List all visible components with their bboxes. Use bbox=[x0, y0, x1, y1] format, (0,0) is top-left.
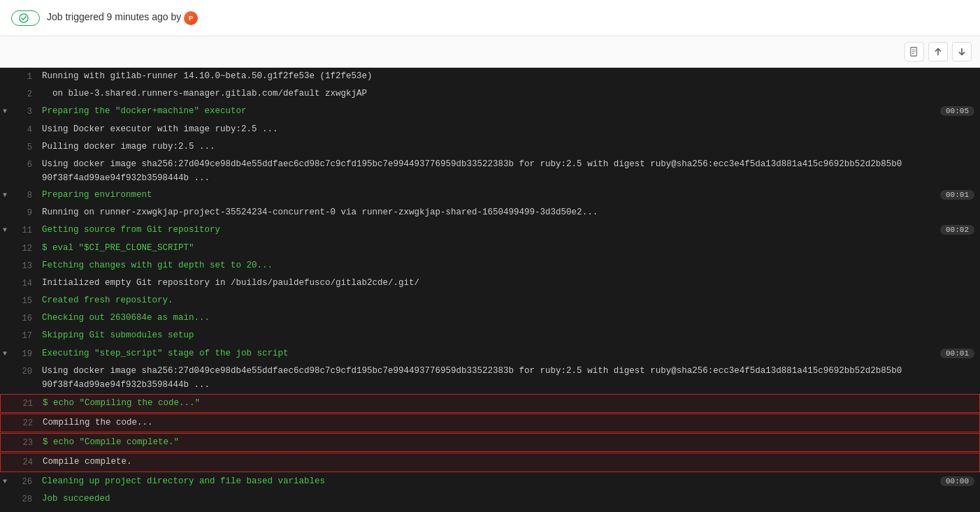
collapse-button[interactable]: ▼ bbox=[3, 223, 13, 236]
collapse-button bbox=[3, 258, 13, 261]
line-gutter: 28 bbox=[0, 490, 39, 508]
line-content: Skipping Git submodules setup bbox=[39, 327, 980, 344]
collapse-button bbox=[3, 328, 13, 330]
line-timing: 00:00 bbox=[940, 473, 974, 488]
job-label: Job bbox=[47, 11, 65, 22]
line-content: Job succeeded bbox=[39, 490, 980, 507]
line-content: Initialized empty Git repository in /bui… bbox=[39, 275, 980, 291]
line-number: 23 bbox=[13, 435, 33, 450]
log-line-23: 23$ echo "Compile complete." bbox=[0, 433, 980, 452]
line-gutter: 17 bbox=[0, 327, 39, 344]
raw-log-button[interactable] bbox=[905, 42, 924, 61]
collapse-button bbox=[3, 455, 13, 457]
line-number: 2 bbox=[13, 87, 32, 101]
line-number: 14 bbox=[13, 276, 32, 291]
log-line-1: 1Running with gitlab-runner 14.10.0~beta… bbox=[0, 68, 980, 85]
collapse-button bbox=[3, 492, 13, 494]
document-icon bbox=[909, 47, 919, 57]
line-gutter: 20 bbox=[0, 363, 39, 380]
line-content: Pulling docker image ruby:2.5 ... bbox=[39, 138, 980, 155]
collapse-button bbox=[3, 311, 13, 313]
log-line-28: 28Job succeeded bbox=[0, 490, 980, 508]
line-content: Checking out 2630684e as main... bbox=[39, 309, 980, 326]
collapse-button bbox=[3, 241, 13, 243]
timing-badge: 00:01 bbox=[940, 190, 974, 200]
line-timing: 00:02 bbox=[940, 221, 974, 237]
line-gutter: ▼8 bbox=[0, 186, 39, 204]
line-number: 9 bbox=[13, 205, 32, 220]
line-content: Running with gitlab-runner 14.10.0~beta.… bbox=[39, 68, 980, 85]
line-number: 15 bbox=[13, 293, 32, 308]
log-line-16: 16Checking out 2630684e as main... bbox=[0, 309, 980, 327]
line-number: 28 bbox=[13, 492, 32, 506]
line-content: $ eval "$CI_PRE_CLONE_SCRIPT" bbox=[39, 240, 980, 256]
scroll-bottom-button[interactable] bbox=[952, 42, 972, 61]
line-gutter: 4 bbox=[0, 121, 39, 138]
line-gutter: 16 bbox=[0, 309, 39, 327]
line-content: on blue-3.shared.runners-manager.gitlab.… bbox=[39, 85, 980, 102]
log-container: 1Running with gitlab-runner 14.10.0~beta… bbox=[0, 68, 980, 512]
collapse-button[interactable]: ▼ bbox=[3, 346, 13, 360]
passed-badge bbox=[11, 10, 40, 26]
line-content: Executing "step_script" stage of the job… bbox=[39, 345, 940, 362]
line-gutter: 21 bbox=[1, 395, 40, 412]
line-timing: 00:01 bbox=[940, 186, 974, 202]
line-content: Fetching changes with git depth set to 2… bbox=[39, 257, 980, 274]
collapse-button bbox=[3, 69, 13, 71]
line-content: Using docker image sha256:27d049ce98db4e… bbox=[39, 363, 980, 393]
line-number: 22 bbox=[13, 416, 33, 430]
collapse-button bbox=[3, 205, 13, 207]
log-line-4: 4Using Docker executor with image ruby:2… bbox=[0, 121, 980, 138]
line-gutter: ▼19 bbox=[0, 345, 39, 363]
collapse-button[interactable]: ▼ bbox=[3, 474, 13, 488]
line-gutter: 22 bbox=[1, 414, 40, 432]
trigger-text: triggered 9 minutes ago by bbox=[65, 11, 184, 22]
collapse-button bbox=[3, 364, 13, 366]
line-content: Running on runner-zxwgkjap-project-35524… bbox=[39, 204, 980, 221]
line-number: 21 bbox=[13, 396, 33, 411]
collapse-button[interactable]: ▼ bbox=[3, 188, 13, 201]
log-line-8: ▼8Preparing environment00:01 bbox=[0, 186, 980, 204]
line-number: 11 bbox=[13, 223, 32, 237]
check-circle-icon bbox=[19, 13, 29, 23]
line-gutter: 13 bbox=[0, 257, 39, 275]
line-gutter: 6 bbox=[0, 156, 39, 173]
line-number: 19 bbox=[13, 346, 32, 361]
collapse-button bbox=[3, 122, 13, 124]
line-gutter: 2 bbox=[0, 85, 39, 103]
collapse-button bbox=[3, 276, 13, 278]
log-line-21: 21$ echo "Compiling the code..." bbox=[0, 394, 980, 413]
header-info: Job triggered 9 minutes ago by P bbox=[47, 11, 198, 25]
log-line-6: 6Using docker image sha256:27d049ce98db4… bbox=[0, 156, 980, 186]
log-line-17: 17Skipping Git submodules setup bbox=[0, 327, 980, 344]
line-gutter: 12 bbox=[0, 240, 39, 257]
header-bar: Job triggered 9 minutes ago by P bbox=[0, 0, 980, 36]
avatar: P bbox=[184, 11, 198, 25]
scroll-top-button[interactable] bbox=[928, 42, 948, 61]
line-number: 16 bbox=[13, 311, 32, 326]
line-gutter: 1 bbox=[0, 68, 39, 85]
arrow-up-icon bbox=[933, 47, 943, 57]
log-line-5: 5Pulling docker image ruby:2.5 ... bbox=[0, 138, 980, 156]
line-gutter: 24 bbox=[1, 453, 40, 471]
line-content: Using docker image sha256:27d049ce98db4e… bbox=[39, 156, 980, 186]
line-number: 13 bbox=[13, 258, 32, 273]
timing-badge: 00:02 bbox=[940, 225, 974, 235]
log-line-12: 12$ eval "$CI_PRE_CLONE_SCRIPT" bbox=[0, 240, 980, 257]
line-gutter: 15 bbox=[0, 292, 39, 309]
line-content: $ echo "Compile complete." bbox=[40, 434, 979, 451]
collapse-button bbox=[3, 157, 13, 159]
line-content: Preparing environment bbox=[39, 186, 940, 203]
timing-badge: 00:01 bbox=[940, 349, 974, 358]
log-line-2: 2 on blue-3.shared.runners-manager.gitla… bbox=[0, 85, 980, 103]
line-content: $ echo "Compiling the code..." bbox=[40, 395, 979, 411]
line-number: 3 bbox=[13, 104, 32, 119]
log-line-14: 14Initialized empty Git repository in /b… bbox=[0, 275, 980, 292]
collapse-button[interactable]: ▼ bbox=[3, 104, 13, 117]
arrow-down-icon bbox=[957, 47, 967, 57]
line-gutter: ▼26 bbox=[0, 473, 39, 490]
line-number: 8 bbox=[13, 188, 32, 203]
svg-point-0 bbox=[20, 13, 28, 22]
line-content: Preparing the "docker+machine" executor bbox=[39, 103, 940, 119]
line-number: 26 bbox=[13, 474, 32, 489]
